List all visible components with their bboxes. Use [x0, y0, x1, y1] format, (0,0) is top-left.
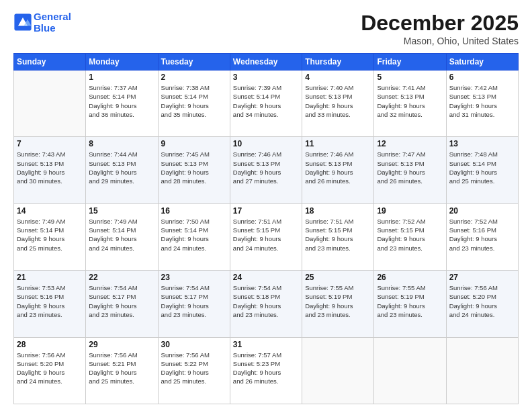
calendar-week-row: 28Sunrise: 7:56 AM Sunset: 5:20 PM Dayli… [14, 337, 519, 404]
day-number: 11 [305, 139, 371, 148]
day-info: Sunrise: 7:40 AM Sunset: 5:13 PM Dayligh… [305, 83, 371, 119]
day-number: 20 [449, 206, 515, 216]
day-number: 21 [17, 273, 83, 282]
day-info: Sunrise: 7:49 AM Sunset: 5:14 PM Dayligh… [89, 217, 154, 253]
day-number: 13 [449, 139, 515, 148]
calendar-cell: 18Sunrise: 7:51 AM Sunset: 5:15 PM Dayli… [302, 203, 374, 270]
day-info: Sunrise: 7:46 AM Sunset: 5:13 PM Dayligh… [233, 150, 299, 185]
day-number: 9 [161, 139, 227, 148]
day-number: 29 [89, 340, 154, 349]
day-info: Sunrise: 7:54 AM Sunset: 5:17 PM Dayligh… [89, 283, 154, 319]
calendar-cell: 25Sunrise: 7:55 AM Sunset: 5:19 PM Dayli… [302, 271, 374, 337]
page-container: General Blue December 2025 Mason, Ohio, … [0, 0, 532, 411]
day-info: Sunrise: 7:44 AM Sunset: 5:13 PM Dayligh… [89, 150, 154, 185]
day-number: 15 [89, 206, 154, 216]
calendar-cell: 30Sunrise: 7:56 AM Sunset: 5:22 PM Dayli… [158, 337, 230, 404]
calendar-cell: 15Sunrise: 7:49 AM Sunset: 5:14 PM Dayli… [86, 203, 158, 270]
day-number: 3 [233, 73, 299, 82]
calendar-cell: 12Sunrise: 7:47 AM Sunset: 5:13 PM Dayli… [374, 137, 446, 203]
day-number: 12 [377, 139, 443, 148]
day-info: Sunrise: 7:47 AM Sunset: 5:13 PM Dayligh… [377, 150, 443, 185]
calendar-cell: 24Sunrise: 7:54 AM Sunset: 5:18 PM Dayli… [230, 271, 302, 337]
day-number: 10 [233, 139, 299, 148]
day-info: Sunrise: 7:49 AM Sunset: 5:14 PM Dayligh… [17, 217, 83, 253]
calendar-cell: 21Sunrise: 7:53 AM Sunset: 5:16 PM Dayli… [14, 271, 86, 337]
day-info: Sunrise: 7:52 AM Sunset: 5:15 PM Dayligh… [377, 217, 443, 253]
weekday-header-sunday: Sunday [14, 54, 86, 71]
calendar-cell: 22Sunrise: 7:54 AM Sunset: 5:17 PM Dayli… [86, 271, 158, 337]
day-info: Sunrise: 7:43 AM Sunset: 5:13 PM Dayligh… [17, 150, 83, 185]
calendar-cell: 4Sunrise: 7:40 AM Sunset: 5:13 PM Daylig… [302, 71, 374, 137]
day-number: 27 [449, 273, 515, 282]
day-info: Sunrise: 7:56 AM Sunset: 5:22 PM Dayligh… [161, 351, 227, 386]
calendar-cell: 11Sunrise: 7:46 AM Sunset: 5:13 PM Dayli… [302, 137, 374, 203]
day-number: 30 [161, 340, 227, 349]
calendar-week-row: 21Sunrise: 7:53 AM Sunset: 5:16 PM Dayli… [14, 271, 519, 337]
day-number: 25 [305, 273, 371, 282]
day-info: Sunrise: 7:56 AM Sunset: 5:20 PM Dayligh… [449, 283, 515, 319]
day-info: Sunrise: 7:48 AM Sunset: 5:14 PM Dayligh… [449, 150, 515, 185]
day-number: 8 [89, 139, 154, 148]
calendar-week-row: 1Sunrise: 7:37 AM Sunset: 5:14 PM Daylig… [14, 71, 519, 137]
calendar-cell: 2Sunrise: 7:38 AM Sunset: 5:14 PM Daylig… [158, 71, 230, 137]
weekday-header-row: SundayMondayTuesdayWednesdayThursdayFrid… [14, 54, 519, 71]
day-number: 18 [305, 206, 371, 216]
day-number: 31 [233, 340, 299, 349]
day-number: 7 [17, 139, 83, 148]
weekday-header-monday: Monday [86, 54, 158, 71]
day-number: 5 [377, 73, 443, 82]
calendar-cell: 19Sunrise: 7:52 AM Sunset: 5:15 PM Dayli… [374, 203, 446, 270]
weekday-header-thursday: Thursday [302, 54, 374, 71]
calendar-cell: 9Sunrise: 7:45 AM Sunset: 5:13 PM Daylig… [158, 137, 230, 203]
day-info: Sunrise: 7:57 AM Sunset: 5:23 PM Dayligh… [233, 351, 299, 386]
day-info: Sunrise: 7:54 AM Sunset: 5:18 PM Dayligh… [233, 283, 299, 319]
day-info: Sunrise: 7:55 AM Sunset: 5:19 PM Dayligh… [305, 283, 371, 319]
day-info: Sunrise: 7:50 AM Sunset: 5:14 PM Dayligh… [161, 217, 227, 253]
day-number: 23 [161, 273, 227, 282]
day-number: 17 [233, 206, 299, 216]
day-number: 26 [377, 273, 443, 282]
calendar-cell: 6Sunrise: 7:42 AM Sunset: 5:13 PM Daylig… [446, 71, 518, 137]
calendar-cell [446, 337, 518, 404]
calendar-cell: 3Sunrise: 7:39 AM Sunset: 5:14 PM Daylig… [230, 71, 302, 137]
calendar-cell: 31Sunrise: 7:57 AM Sunset: 5:23 PM Dayli… [230, 337, 302, 404]
day-info: Sunrise: 7:56 AM Sunset: 5:21 PM Dayligh… [89, 351, 154, 386]
day-info: Sunrise: 7:45 AM Sunset: 5:13 PM Dayligh… [161, 150, 227, 185]
calendar-cell: 10Sunrise: 7:46 AM Sunset: 5:13 PM Dayli… [230, 137, 302, 203]
day-info: Sunrise: 7:56 AM Sunset: 5:20 PM Dayligh… [17, 351, 83, 386]
calendar-cell: 8Sunrise: 7:44 AM Sunset: 5:13 PM Daylig… [86, 137, 158, 203]
calendar-week-row: 7Sunrise: 7:43 AM Sunset: 5:13 PM Daylig… [14, 137, 519, 203]
calendar-cell: 20Sunrise: 7:52 AM Sunset: 5:16 PM Dayli… [446, 203, 518, 270]
day-info: Sunrise: 7:37 AM Sunset: 5:14 PM Dayligh… [89, 83, 154, 119]
calendar-cell: 14Sunrise: 7:49 AM Sunset: 5:14 PM Dayli… [14, 203, 86, 270]
logo-icon [13, 13, 32, 32]
day-number: 19 [377, 206, 443, 216]
month-title: December 2025 [361, 11, 519, 36]
calendar-week-row: 14Sunrise: 7:49 AM Sunset: 5:14 PM Dayli… [14, 203, 519, 270]
day-info: Sunrise: 7:53 AM Sunset: 5:16 PM Dayligh… [17, 283, 83, 319]
calendar-cell: 23Sunrise: 7:54 AM Sunset: 5:17 PM Dayli… [158, 271, 230, 337]
calendar-cell: 26Sunrise: 7:55 AM Sunset: 5:19 PM Dayli… [374, 271, 446, 337]
weekday-header-saturday: Saturday [446, 54, 518, 71]
calendar-cell: 7Sunrise: 7:43 AM Sunset: 5:13 PM Daylig… [14, 137, 86, 203]
day-info: Sunrise: 7:51 AM Sunset: 5:15 PM Dayligh… [305, 217, 371, 253]
day-info: Sunrise: 7:55 AM Sunset: 5:19 PM Dayligh… [377, 283, 443, 319]
logo: General Blue [13, 11, 71, 34]
logo-text: General Blue [34, 11, 71, 34]
day-number: 16 [161, 206, 227, 216]
calendar-cell: 27Sunrise: 7:56 AM Sunset: 5:20 PM Dayli… [446, 271, 518, 337]
day-info: Sunrise: 7:54 AM Sunset: 5:17 PM Dayligh… [161, 283, 227, 319]
weekday-header-friday: Friday [374, 54, 446, 71]
day-number: 28 [17, 340, 83, 349]
header: General Blue December 2025 Mason, Ohio, … [13, 11, 519, 46]
weekday-header-wednesday: Wednesday [230, 54, 302, 71]
location: Mason, Ohio, United States [361, 36, 519, 46]
calendar-cell: 5Sunrise: 7:41 AM Sunset: 5:13 PM Daylig… [374, 71, 446, 137]
calendar-cell: 28Sunrise: 7:56 AM Sunset: 5:20 PM Dayli… [14, 337, 86, 404]
day-info: Sunrise: 7:46 AM Sunset: 5:13 PM Dayligh… [305, 150, 371, 185]
day-info: Sunrise: 7:38 AM Sunset: 5:14 PM Dayligh… [161, 83, 227, 119]
calendar-cell [14, 71, 86, 137]
calendar-cell: 1Sunrise: 7:37 AM Sunset: 5:14 PM Daylig… [86, 71, 158, 137]
day-number: 6 [449, 73, 515, 82]
calendar-cell: 16Sunrise: 7:50 AM Sunset: 5:14 PM Dayli… [158, 203, 230, 270]
